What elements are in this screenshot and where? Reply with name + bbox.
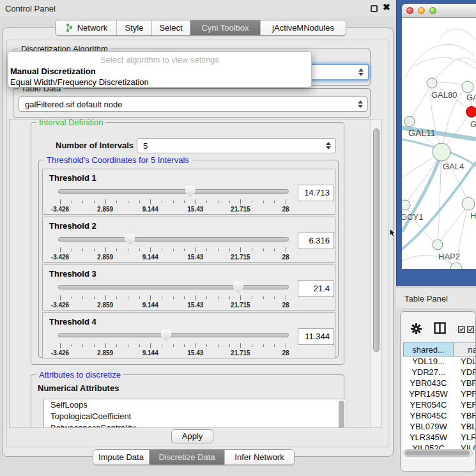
threshold-4-slider[interactable] <box>58 333 289 337</box>
close-icon[interactable]: ✖ <box>383 2 390 12</box>
slider-tick <box>94 296 95 299</box>
checkbox-columns-icon[interactable] <box>458 326 475 333</box>
slider-tick <box>218 296 219 299</box>
threshold-2-value-field[interactable]: 6.316 <box>298 233 334 249</box>
numerical-attributes-heading: Numerical Attributes <box>38 383 119 393</box>
node-gal80[interactable] <box>427 78 437 88</box>
tab-jactivemnodules[interactable]: jActiveMNodules <box>261 20 346 35</box>
close-traffic-light-icon[interactable] <box>406 7 413 14</box>
minimize-traffic-light-icon[interactable] <box>418 7 425 14</box>
numerical-attributes-list[interactable]: SelfLoopsTopologicalCoefficientBetweenne… <box>43 399 346 428</box>
cell-name[interactable]: YLR3 <box>454 433 476 443</box>
threshold-1-value-field[interactable]: 14.713 <box>298 185 334 201</box>
gear-icon[interactable] <box>411 323 422 334</box>
slider-tick <box>218 201 219 203</box>
table-row[interactable]: YDL19...YDL1 <box>403 357 476 367</box>
attribute-list-item[interactable]: SelfLoops <box>44 399 346 411</box>
slider-tick <box>173 249 174 251</box>
slider-tick <box>252 296 252 299</box>
network-window-titlebar[interactable] <box>402 4 476 18</box>
node-red-selected[interactable] <box>466 107 476 118</box>
tab-infer-network[interactable]: Infer Network <box>225 450 294 464</box>
table-row[interactable]: YBL079WYBL0 <box>403 422 476 433</box>
number-of-intervals-combobox[interactable]: 5 <box>137 138 336 153</box>
slider-tick <box>94 344 95 347</box>
cell-shared-name[interactable]: YDL19... <box>403 357 454 367</box>
threshold-3-slider[interactable] <box>58 285 289 289</box>
attribute-list-item[interactable]: BetweennessCentrality <box>44 422 346 428</box>
table-row[interactable]: YDR27...YDR2 <box>403 367 476 378</box>
attribute-list-item[interactable]: TopologicalCoefficient <box>44 411 346 422</box>
slider-tick <box>196 247 196 252</box>
node-h[interactable] <box>462 197 475 210</box>
cell-shared-name[interactable]: YBR043C <box>403 378 454 389</box>
tab-impute-data[interactable]: Impute Data <box>93 450 150 464</box>
table-row[interactable]: YBR045CYBR0 <box>403 411 476 422</box>
threshold-3-value-field[interactable]: 21.4 <box>298 280 334 297</box>
slider-tick <box>240 247 241 252</box>
slider-tick <box>128 201 128 203</box>
cell-name[interactable]: YBR0 <box>454 378 476 389</box>
column-header-shared-name[interactable]: shared... <box>403 342 454 357</box>
table-horizontal-scrollbar[interactable] <box>403 449 473 457</box>
cell-shared-name[interactable]: YLR345W <box>403 433 454 443</box>
menu-item-manual-discretization[interactable]: Manual Discretization <box>10 66 311 76</box>
node-top-right[interactable] <box>462 81 473 93</box>
slider-tick <box>196 343 196 348</box>
settings-vertical-scrollbar[interactable] <box>371 119 381 427</box>
cell-name[interactable]: YPR1 <box>454 389 476 400</box>
slider-tick <box>240 343 241 348</box>
table-row[interactable]: YBR043CYBR0 <box>403 378 476 389</box>
node-bottom-partial[interactable] <box>450 263 462 269</box>
tab-style[interactable]: Style <box>117 20 152 35</box>
threshold-3-slider-thumb[interactable] <box>233 282 243 293</box>
float-window-icon[interactable] <box>371 5 378 12</box>
cell-name[interactable]: YBL0 <box>454 422 476 433</box>
cell-name[interactable]: YBR0 <box>454 411 476 422</box>
menu-item-equal-width-frequency[interactable]: Equal Width/Frequency Discretization <box>10 77 311 87</box>
column-header-name[interactable]: na <box>454 342 476 357</box>
cell-name[interactable]: YDL1 <box>454 357 476 367</box>
cell-name[interactable]: YDR2 <box>454 367 476 378</box>
list-scrollbar[interactable] <box>339 401 344 428</box>
scrollbar-thumb[interactable] <box>373 128 380 352</box>
node-gal4[interactable] <box>433 143 450 161</box>
slider-tick <box>60 295 61 300</box>
threshold-1-slider-thumb[interactable] <box>185 186 196 197</box>
threshold-2-slider[interactable] <box>58 237 289 242</box>
tab-network[interactable]: Network <box>56 20 117 35</box>
slider-scale-label: 28 <box>282 254 289 261</box>
network-view-canvas[interactable]: GAL80 GA GA GAL11 GAL4 GCY1 H HAP2 <box>402 18 476 269</box>
node-gal11[interactable] <box>404 116 415 127</box>
algorithm-hint: Select algorithm to view settings <box>8 55 311 65</box>
table-row[interactable]: YPR145WYPR1 <box>403 389 476 400</box>
tab-cyni-toolbox[interactable]: Cyni Toolbox <box>190 20 261 35</box>
table-row[interactable]: YLR345WYLR3 <box>403 433 476 443</box>
node-gcy1[interactable] <box>402 200 410 210</box>
column-view-icon[interactable] <box>434 322 446 334</box>
threshold-2-slider-thumb[interactable] <box>125 234 135 245</box>
table-row[interactable]: YER054CYER0 <box>403 400 476 411</box>
cell-shared-name[interactable]: YDR27... <box>403 367 454 378</box>
threshold-1-slider[interactable] <box>58 189 289 194</box>
cell-shared-name[interactable]: YER054C <box>403 400 454 411</box>
slider-tick <box>240 295 241 300</box>
node-label-hap2: HAP2 <box>438 252 460 261</box>
slider-scale-label: 9.144 <box>142 349 158 357</box>
slider-scale-label: 28 <box>282 302 289 309</box>
apply-button[interactable]: Apply <box>171 429 213 443</box>
scrollbar-thumb[interactable] <box>405 450 470 456</box>
cell-shared-name[interactable]: YBL079W <box>403 422 454 433</box>
cell-name[interactable]: YER0 <box>454 400 476 411</box>
slider-scale-label: 2.859 <box>97 254 113 261</box>
tab-select[interactable]: Select <box>152 20 190 35</box>
zoom-traffic-light-icon[interactable] <box>429 7 436 14</box>
node-hap2[interactable] <box>433 240 443 250</box>
tab-discretize-data[interactable]: Discretize Data <box>150 450 225 464</box>
cell-shared-name[interactable]: YPR145W <box>403 389 454 400</box>
cell-shared-name[interactable]: YBR045C <box>403 411 454 422</box>
threshold-4-value-field[interactable]: 11.344 <box>298 328 334 345</box>
table-rows: YDL19...YDL1YDR27...YDR2YBR043CYBR0YPR14… <box>403 357 476 450</box>
threshold-4-slider-thumb[interactable] <box>161 330 171 341</box>
table-data-combobox[interactable]: galFiltered.sif default node <box>19 96 368 112</box>
